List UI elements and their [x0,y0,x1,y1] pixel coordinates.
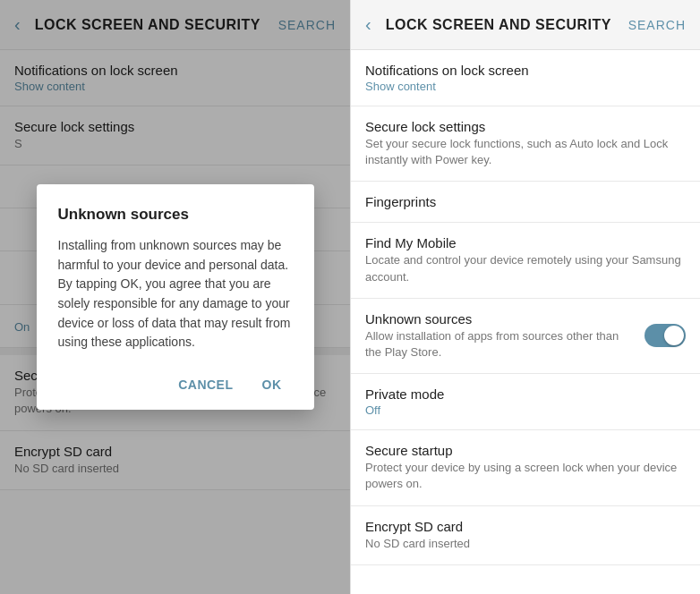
dialog-body: Installing from unknown sources may be h… [58,236,293,352]
right-notifications-link[interactable]: Show content [365,80,686,93]
right-secure-startup-title: Secure startup [365,443,686,458]
right-notifications-item[interactable]: Notifications on lock screen Show conten… [351,50,700,106]
toggle-knob [664,326,684,345]
unknown-sources-toggle[interactable] [645,324,686,347]
right-secure-lock-title: Secure lock settings [365,119,686,134]
right-private-mode-title: Private mode [365,386,686,402]
dialog-ok-button[interactable]: OK [252,370,293,399]
right-secure-startup-item[interactable]: Secure startup Protect your device by us… [351,430,700,505]
right-header: ‹ LOCK SCREEN AND SECURITY SEARCH [351,0,700,50]
right-unknown-sources-row: Unknown sources Allow installation of ap… [365,311,686,361]
right-panel: ‹ LOCK SCREEN AND SECURITY SEARCH Notifi… [350,0,700,594]
right-find-mobile-item[interactable]: Find My Mobile Locate and control your d… [351,223,700,298]
dialog-cancel-button[interactable]: CANCEL [167,370,243,399]
right-secure-lock-item[interactable]: Secure lock settings Set your secure loc… [351,106,700,182]
right-unknown-sources-subtitle: Allow installation of apps from sources … [365,328,634,361]
right-back-button[interactable]: ‹ [365,14,371,35]
right-secure-startup-subtitle: Protect your device by using a screen lo… [365,460,686,492]
right-encrypt-title: Encrypt SD card [365,519,686,534]
right-private-mode-value: Off [365,403,686,417]
dialog-title: Unknown sources [58,206,293,224]
right-private-mode-item[interactable]: Private mode Off [351,374,700,430]
right-notifications-title: Notifications on lock screen [365,63,686,78]
right-unknown-sources-title: Unknown sources [365,311,634,327]
right-encrypt-item[interactable]: Encrypt SD card No SD card inserted [351,506,700,565]
right-unknown-sources-text: Unknown sources Allow installation of ap… [365,311,645,361]
dialog-actions: CANCEL OK [58,370,293,399]
unknown-sources-dialog: Unknown sources Installing from unknown … [37,184,314,410]
right-fingerprints-item[interactable]: Fingerprints [351,182,700,223]
left-panel: ‹ LOCK SCREEN AND SECURITY SEARCH Notifi… [0,0,350,594]
right-find-mobile-title: Find My Mobile [365,235,686,250]
right-secure-lock-subtitle: Set your secure lock functions, such as … [365,136,686,168]
right-search-button[interactable]: SEARCH [628,18,686,32]
right-settings-list: Notifications on lock screen Show conten… [351,50,700,594]
right-header-title: LOCK SCREEN AND SECURITY [386,17,628,33]
dialog-overlay: Unknown sources Installing from unknown … [0,0,350,594]
right-unknown-sources-item[interactable]: Unknown sources Allow installation of ap… [351,299,700,374]
right-encrypt-subtitle: No SD card inserted [365,536,686,552]
right-find-mobile-subtitle: Locate and control your device remotely … [365,252,686,284]
right-fingerprints-title: Fingerprints [365,194,686,209]
